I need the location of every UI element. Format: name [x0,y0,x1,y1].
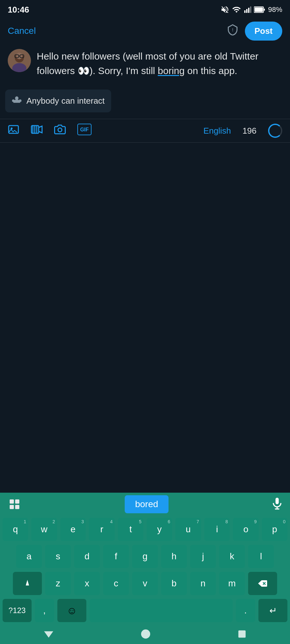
nav-recents-icon[interactable] [237,629,247,640]
shift-key[interactable] [13,572,42,595]
svg-point-16 [12,99,15,102]
svg-rect-3 [250,6,251,13]
key-row-1: q1 w2 e3 r4 t5 y6 u7 i8 o9 p0 [0,516,290,543]
svg-rect-0 [244,10,246,13]
backspace-key[interactable] [248,572,277,595]
post-button[interactable]: Post [245,22,282,41]
post-text-after: on this app. [185,65,237,76]
svg-text:!: ! [232,27,233,33]
comma-key[interactable]: , [35,599,54,622]
suggestion-word[interactable]: bored [125,495,169,513]
svg-rect-5 [264,9,265,11]
numbers-key[interactable]: ?123 [3,599,32,622]
toolbar: GIF English 196 [0,119,290,143]
key-z[interactable]: z [45,572,71,595]
char-count: 196 [243,126,256,136]
interact-icon [12,95,22,107]
key-e[interactable]: e3 [60,518,86,541]
return-key[interactable]: ↵ [258,599,287,622]
interact-bar[interactable]: Anybody can interact [5,90,111,112]
key-b[interactable]: b [161,572,187,595]
key-row-4: ?123 , ☺ . ↵ [0,597,290,624]
top-nav: Cancel ! Post [0,18,290,44]
key-m[interactable]: m [219,572,245,595]
mute-icon [220,5,229,14]
key-q[interactable]: q1 [3,518,28,541]
key-row-2: a s d f g h j k l [0,543,290,570]
video-icon[interactable] [31,124,43,138]
key-y[interactable]: y6 [147,518,172,541]
nav-right: ! Post [227,22,282,41]
gif-icon[interactable]: GIF [77,124,92,138]
key-l[interactable]: l [248,545,274,568]
key-x[interactable]: x [74,572,100,595]
svg-rect-36 [238,630,246,638]
key-i[interactable]: i8 [204,518,230,541]
char-count-circle [268,124,282,138]
nav-home-icon[interactable] [140,629,151,641]
svg-point-15 [15,96,19,100]
battery-icon [254,6,266,14]
key-s[interactable]: s [45,545,71,568]
cancel-button[interactable]: Cancel [8,26,36,36]
battery-percent: 98% [268,5,282,14]
period-key[interactable]: . [236,599,255,622]
key-k[interactable]: k [219,545,245,568]
key-row-3: z x c v b n m [0,570,290,597]
interact-text: Anybody can interact [26,96,105,106]
key-p[interactable]: p0 [262,518,287,541]
space-key[interactable] [90,599,233,622]
status-time: 10:46 [8,5,29,15]
svg-point-17 [19,99,22,102]
svg-text:GIF: GIF [80,127,89,132]
key-c[interactable]: c [103,572,129,595]
mic-button[interactable] [271,497,284,511]
compose-area: Hello new followers (well most of you ar… [0,44,290,83]
post-highlight-word: boring [158,65,185,76]
suggestion-bar: bored [0,493,290,516]
keyboard: bored q1 w2 e3 r4 t5 y6 u7 i8 o9 p0 a s … [0,493,290,644]
camera-icon[interactable] [54,124,66,138]
nav-down-icon[interactable] [43,629,54,641]
key-f[interactable]: f [103,545,129,568]
key-a[interactable]: a [16,545,42,568]
key-t[interactable]: t5 [118,518,143,541]
language-selector[interactable]: English [203,126,231,136]
post-text-area[interactable]: Hello new followers (well most of you ar… [37,49,282,78]
svg-point-35 [141,630,150,639]
key-v[interactable]: v [132,572,158,595]
key-d[interactable]: d [74,545,100,568]
svg-rect-27 [276,498,279,504]
svg-rect-2 [248,8,249,13]
key-j[interactable]: j [190,545,216,568]
shield-icon: ! [227,24,238,38]
emoji-key[interactable]: ☺ [57,599,86,622]
key-w[interactable]: w2 [31,518,57,541]
key-r[interactable]: r4 [89,518,114,541]
svg-rect-1 [246,9,247,13]
key-u[interactable]: u7 [175,518,201,541]
key-g[interactable]: g [132,545,158,568]
avatar [8,49,31,72]
nav-bar [0,624,290,644]
status-icons: 98% [220,5,282,14]
key-o[interactable]: o9 [233,518,258,541]
key-n[interactable]: n [190,572,216,595]
wifi-icon [232,5,241,14]
svg-rect-6 [255,7,263,12]
keyboard-layout-icon[interactable] [6,496,23,512]
signal-icon [244,5,251,14]
photo-icon[interactable] [8,124,19,138]
svg-marker-34 [44,631,53,638]
key-h[interactable]: h [161,545,187,568]
svg-point-24 [58,128,62,132]
status-bar: 10:46 98% [0,0,290,18]
